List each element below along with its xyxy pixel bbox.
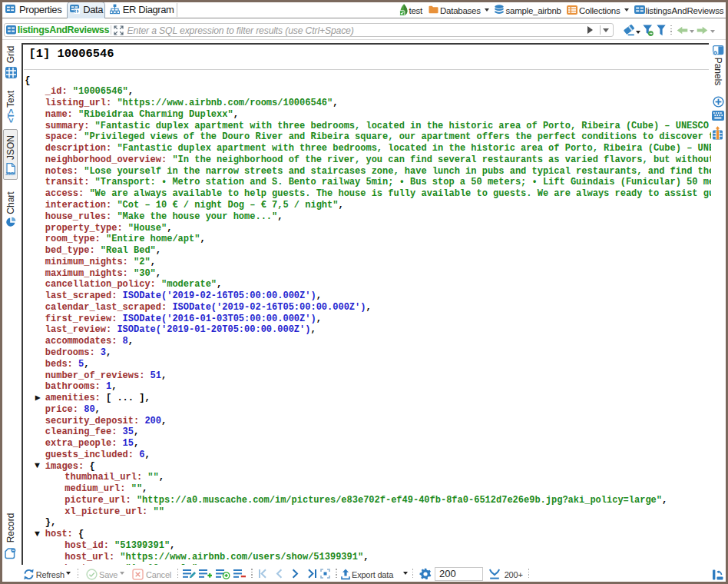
svg-text:JSON: JSON <box>5 171 15 176</box>
